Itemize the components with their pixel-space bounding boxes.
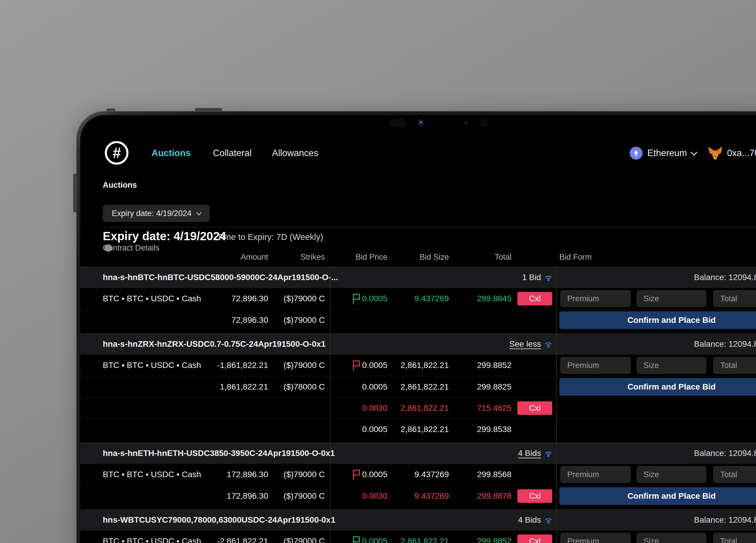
premium-input[interactable]	[560, 290, 631, 307]
bids-toggle[interactable]: 4 Bids	[518, 509, 553, 531]
bid-row: 172,896.30 ($)79000 C 0.0030 9.437269 29…	[80, 485, 756, 506]
bid-row: BTC • BTC • USDC • Cash 172,896.30 ($)79…	[80, 464, 756, 485]
chevron-down-icon[interactable]	[691, 149, 698, 156]
cancel-bid-button[interactable]: Cxl	[517, 401, 552, 415]
bids-count-label[interactable]: 4 Bids	[518, 449, 541, 458]
bid-price-value: 0.0030	[362, 397, 387, 419]
total-value: 299.8538	[477, 419, 511, 440]
tab-collateral[interactable]: Collateral	[213, 146, 252, 160]
section-divider	[103, 227, 756, 228]
balance-label: Balance: 12094.8	[694, 442, 756, 464]
confirm-place-bid-button[interactable]: Confirm and Place Bid	[559, 487, 756, 505]
camera-pill	[389, 119, 407, 128]
bid-form	[80, 355, 756, 376]
size-input[interactable]	[636, 290, 706, 307]
metamask-fox-icon	[708, 146, 722, 159]
contract-name: hna-s-hnETH-hnETH-USDC3850-3950C-24Apr19…	[103, 442, 335, 464]
bid-price-value: 0.0030	[362, 485, 387, 507]
bid-row: BTC • BTC • USDC • Cash -2,861,822.21 ($…	[80, 531, 756, 543]
tablet-frame: # Auctions Collateral Allowances Ethereu…	[76, 111, 756, 543]
network-selector[interactable]: Ethereum	[647, 146, 687, 160]
confirm-place-bid-button[interactable]: Confirm and Place Bid	[559, 378, 756, 396]
bids-toggle[interactable]: 1 Bid	[522, 267, 553, 288]
wifi-icon	[544, 340, 553, 348]
bids-count-label[interactable]: See less	[509, 339, 541, 349]
auction-group: hna-s-hnZRX-hnZRX-USDC0.7-0.75C-24Apr191…	[80, 333, 756, 440]
bid-size-value: 2,861,822.21	[401, 376, 449, 397]
bids-count-label[interactable]: 4 Bids	[518, 515, 541, 525]
bid-price-value: 0.0005	[362, 376, 387, 397]
size-input[interactable]	[636, 466, 706, 483]
auction-group-rows: BTC • BTC • USDC • Cash 172,896.30 ($)79…	[80, 464, 756, 506]
ethereum-network-icon[interactable]	[630, 147, 643, 160]
confirm-place-bid-button[interactable]: Confirm and Place Bid	[559, 311, 756, 329]
total-value: 715.4625	[477, 397, 511, 419]
amount-value: 1,861,822.21	[220, 376, 268, 397]
premium-input[interactable]	[560, 357, 631, 374]
wifi-icon	[544, 449, 553, 458]
auction-group-rows: BTC • BTC • USDC • Cash -1,861,822.21 ($…	[80, 355, 756, 440]
size-input[interactable]	[636, 357, 706, 374]
total-value: 299.8878	[477, 485, 511, 507]
tablet-screen: # Auctions Collateral Allowances Ethereu…	[80, 115, 756, 543]
bids-count-label[interactable]: 1 Bid	[522, 273, 541, 282]
cancel-bid-button[interactable]: Cxl	[517, 489, 552, 503]
amount-value: 72,896.30	[231, 309, 268, 331]
contract-name: hna-s-hnBTC-hnBTC-USDC58000-59000C-24Apr…	[103, 267, 338, 288]
total-input[interactable]	[713, 290, 756, 307]
wallet-address[interactable]: 0xa...70	[727, 146, 756, 160]
bid-row: BTC • BTC • USDC • Cash -1,861,822.21 ($…	[80, 355, 756, 376]
brand-logo-hash-icon[interactable]: #	[105, 141, 128, 165]
wifi-icon	[544, 273, 553, 282]
contract-name: hna-s-hnZRX-hnZRX-USDC0.7-0.75C-24Apr191…	[103, 333, 326, 355]
bid-form	[80, 464, 756, 485]
bid-price-value: 0.0005	[362, 419, 387, 440]
table-header-row: Contract Details i Amount Strikes Bid Pr…	[80, 248, 756, 267]
info-icon[interactable]: i	[105, 245, 112, 252]
bid-size-value: 2,861,822.21	[401, 397, 449, 419]
tab-auctions[interactable]: Auctions	[151, 146, 191, 160]
balance-label: Balance: 12094.8	[694, 267, 756, 288]
auction-group: hns-WBTCUSYC79000,78000,63000USDC-24Apr1…	[80, 509, 756, 543]
column-divider	[330, 267, 330, 543]
expiry-date-dropdown-label: Expiry date: 4/19/2024	[112, 209, 191, 218]
size-input[interactable]	[636, 533, 706, 543]
strikes-value: ($)79000 C	[283, 309, 325, 331]
col-strikes: Strikes	[300, 248, 325, 267]
col-total: Total	[495, 248, 511, 267]
wifi-icon	[544, 516, 553, 524]
bid-size-value: 9.437269	[414, 485, 449, 507]
premium-input[interactable]	[560, 533, 631, 543]
bids-toggle[interactable]: See less	[509, 333, 553, 355]
bid-row: 72,896.30 ($)79000 C Confirm and Place B…	[80, 309, 756, 330]
bid-row: 0.0030 2,861,822.21 715.4625 Cxl	[80, 397, 756, 418]
col-amount: Amount	[241, 248, 268, 267]
col-bid-size: Bid Size	[420, 248, 449, 267]
total-input[interactable]	[713, 533, 756, 543]
auction-group: hna-s-hnETH-hnETH-USDC3850-3950C-24Apr19…	[80, 442, 756, 506]
premium-input[interactable]	[560, 466, 631, 483]
camera-lens-icon	[417, 119, 425, 127]
auction-group-header: hns-WBTCUSYC79000,78000,63000USDC-24Apr1…	[80, 509, 756, 531]
col-bid-form: Bid Form	[559, 248, 592, 267]
strikes-value: ($)79000 C	[283, 485, 325, 507]
bid-size-value: 2,861,822.21	[401, 419, 449, 440]
time-to-expiry-label: Time to Expiry: 7D (Weekly)	[217, 232, 323, 242]
total-input[interactable]	[713, 466, 756, 483]
contract-name: hns-WBTCUSYC79000,78000,63000USDC-24Apr1…	[103, 509, 335, 531]
page-title: Auctions	[103, 181, 137, 190]
balance-label: Balance: 12094.8	[694, 333, 756, 355]
auction-group: hna-s-hnBTC-hnBTC-USDC58000-59000C-24Apr…	[80, 267, 756, 330]
bids-toggle[interactable]: 4 Bids	[518, 442, 553, 464]
auction-group-header: hna-s-hnETH-hnETH-USDC3850-3950C-24Apr19…	[80, 442, 756, 464]
bid-form	[80, 531, 756, 543]
tab-allowances[interactable]: Allowances	[272, 146, 318, 160]
total-input[interactable]	[713, 357, 756, 374]
auction-group-rows: BTC • BTC • USDC • Cash 72,896.30 ($)790…	[80, 288, 756, 330]
bid-row: 1,861,822.21 ($)78000 C 0.0005 2,861,822…	[80, 376, 756, 397]
expiry-date-dropdown[interactable]: Expiry date: 4/19/2024	[103, 205, 210, 222]
bid-row: 0.0005 2,861,822.21 299.8538	[80, 418, 756, 440]
strikes-value: ($)78000 C	[283, 376, 325, 397]
auctions-table: hna-s-hnBTC-hnBTC-USDC58000-59000C-24Apr…	[80, 267, 756, 543]
camera-sensor-dot	[465, 122, 467, 125]
